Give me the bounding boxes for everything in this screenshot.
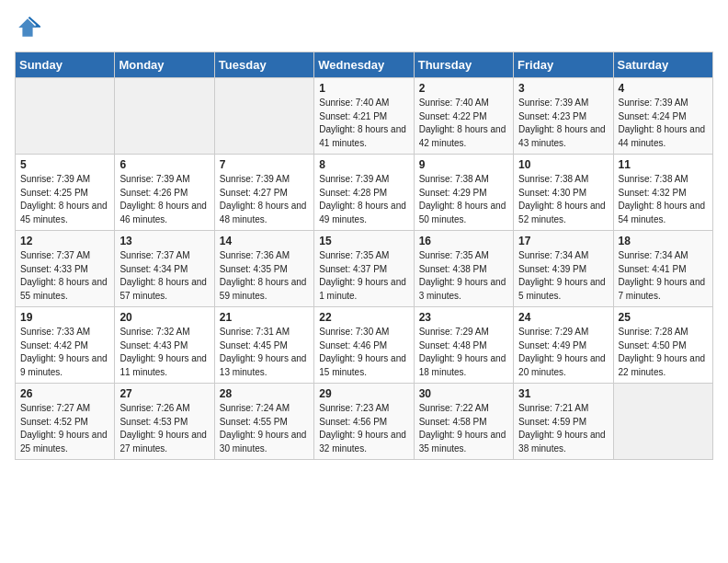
- day-number: 10: [518, 158, 608, 171]
- calendar-body: 1Sunrise: 7:40 AM Sunset: 4:21 PM Daylig…: [16, 78, 713, 460]
- day-info: Sunrise: 7:38 AM Sunset: 4:29 PM Dayligh…: [419, 173, 508, 226]
- calendar-cell: [214, 78, 313, 155]
- day-info: Sunrise: 7:30 AM Sunset: 4:46 PM Dayligh…: [319, 326, 408, 379]
- calendar-cell: 20Sunrise: 7:32 AM Sunset: 4:43 PM Dayli…: [115, 307, 214, 384]
- day-number: 3: [518, 82, 608, 95]
- day-info: Sunrise: 7:33 AM Sunset: 4:42 PM Dayligh…: [20, 326, 109, 379]
- calendar-cell: 7Sunrise: 7:39 AM Sunset: 4:27 PM Daylig…: [214, 155, 313, 231]
- day-number: 31: [518, 387, 608, 400]
- day-number: 13: [119, 235, 209, 247]
- day-number: 8: [319, 158, 408, 171]
- day-number: 14: [220, 235, 309, 247]
- calendar-cell: 16Sunrise: 7:35 AM Sunset: 4:38 PM Dayli…: [414, 231, 513, 307]
- calendar-cell: 2Sunrise: 7:40 AM Sunset: 4:22 PM Daylig…: [414, 78, 513, 155]
- calendar-cell: 26Sunrise: 7:27 AM Sunset: 4:52 PM Dayli…: [16, 384, 115, 460]
- calendar-cell: 13Sunrise: 7:37 AM Sunset: 4:34 PM Dayli…: [115, 231, 214, 307]
- day-number: 28: [220, 387, 309, 400]
- week-row-2: 5Sunrise: 7:39 AM Sunset: 4:25 PM Daylig…: [16, 155, 713, 231]
- day-info: Sunrise: 7:26 AM Sunset: 4:53 PM Dayligh…: [119, 402, 209, 455]
- day-info: Sunrise: 7:29 AM Sunset: 4:48 PM Dayligh…: [419, 326, 508, 379]
- day-number: 1: [319, 82, 408, 95]
- day-number: 30: [419, 387, 508, 400]
- day-number: 22: [319, 311, 408, 324]
- calendar-cell: 6Sunrise: 7:39 AM Sunset: 4:26 PM Daylig…: [115, 155, 214, 231]
- day-info: Sunrise: 7:39 AM Sunset: 4:23 PM Dayligh…: [518, 97, 608, 150]
- calendar-cell: 12Sunrise: 7:37 AM Sunset: 4:33 PM Dayli…: [16, 231, 115, 307]
- day-info: Sunrise: 7:36 AM Sunset: 4:35 PM Dayligh…: [220, 249, 309, 303]
- week-row-3: 12Sunrise: 7:37 AM Sunset: 4:33 PM Dayli…: [16, 231, 713, 307]
- day-number: 2: [419, 82, 508, 95]
- day-info: Sunrise: 7:27 AM Sunset: 4:52 PM Dayligh…: [20, 402, 109, 455]
- page-header: [15, 15, 713, 40]
- calendar-cell: 5Sunrise: 7:39 AM Sunset: 4:25 PM Daylig…: [16, 155, 115, 231]
- day-number: 15: [319, 235, 408, 247]
- calendar-cell: 22Sunrise: 7:30 AM Sunset: 4:46 PM Dayli…: [314, 307, 414, 384]
- calendar-cell: 18Sunrise: 7:34 AM Sunset: 4:41 PM Dayli…: [613, 231, 712, 307]
- day-info: Sunrise: 7:28 AM Sunset: 4:50 PM Dayligh…: [619, 326, 708, 379]
- day-info: Sunrise: 7:39 AM Sunset: 4:24 PM Dayligh…: [619, 97, 708, 150]
- day-header-saturday: Saturday: [613, 52, 712, 78]
- day-number: 11: [619, 158, 708, 171]
- day-number: 18: [619, 235, 708, 247]
- day-number: 5: [20, 158, 109, 171]
- day-info: Sunrise: 7:31 AM Sunset: 4:45 PM Dayligh…: [220, 326, 309, 379]
- day-info: Sunrise: 7:35 AM Sunset: 4:37 PM Dayligh…: [319, 249, 408, 303]
- day-header-thursday: Thursday: [414, 52, 513, 78]
- day-info: Sunrise: 7:35 AM Sunset: 4:38 PM Dayligh…: [419, 249, 508, 303]
- day-header-monday: Monday: [115, 52, 214, 78]
- day-number: 7: [220, 158, 309, 171]
- day-info: Sunrise: 7:34 AM Sunset: 4:41 PM Dayligh…: [619, 249, 708, 303]
- day-number: 21: [220, 311, 309, 324]
- day-number: 19: [20, 311, 109, 324]
- day-header-tuesday: Tuesday: [214, 52, 313, 78]
- logo: [15, 15, 44, 40]
- calendar-cell: 28Sunrise: 7:24 AM Sunset: 4:55 PM Dayli…: [214, 384, 313, 460]
- day-number: 26: [20, 387, 109, 400]
- day-header-friday: Friday: [514, 52, 613, 78]
- calendar-cell: [115, 78, 214, 155]
- day-info: Sunrise: 7:24 AM Sunset: 4:55 PM Dayligh…: [220, 402, 309, 455]
- calendar-cell: 10Sunrise: 7:38 AM Sunset: 4:30 PM Dayli…: [514, 155, 613, 231]
- calendar-cell: 14Sunrise: 7:36 AM Sunset: 4:35 PM Dayli…: [214, 231, 313, 307]
- calendar-cell: 11Sunrise: 7:38 AM Sunset: 4:32 PM Dayli…: [613, 155, 712, 231]
- calendar-header-row: SundayMondayTuesdayWednesdayThursdayFrid…: [16, 52, 713, 78]
- calendar-cell: 8Sunrise: 7:39 AM Sunset: 4:28 PM Daylig…: [314, 155, 414, 231]
- day-info: Sunrise: 7:38 AM Sunset: 4:30 PM Dayligh…: [518, 173, 608, 226]
- calendar-cell: [613, 384, 712, 460]
- calendar-cell: 31Sunrise: 7:21 AM Sunset: 4:59 PM Dayli…: [514, 384, 613, 460]
- calendar-cell: 3Sunrise: 7:39 AM Sunset: 4:23 PM Daylig…: [514, 78, 613, 155]
- calendar-cell: 25Sunrise: 7:28 AM Sunset: 4:50 PM Dayli…: [613, 307, 712, 384]
- day-number: 23: [419, 311, 508, 324]
- day-number: 4: [619, 82, 708, 95]
- calendar-cell: 15Sunrise: 7:35 AM Sunset: 4:37 PM Dayli…: [314, 231, 414, 307]
- calendar-cell: 21Sunrise: 7:31 AM Sunset: 4:45 PM Dayli…: [214, 307, 313, 384]
- calendar-cell: 1Sunrise: 7:40 AM Sunset: 4:21 PM Daylig…: [314, 78, 414, 155]
- day-info: Sunrise: 7:40 AM Sunset: 4:21 PM Dayligh…: [319, 97, 408, 150]
- day-number: 27: [119, 387, 209, 400]
- calendar-cell: 23Sunrise: 7:29 AM Sunset: 4:48 PM Dayli…: [414, 307, 513, 384]
- week-row-4: 19Sunrise: 7:33 AM Sunset: 4:42 PM Dayli…: [16, 307, 713, 384]
- day-info: Sunrise: 7:40 AM Sunset: 4:22 PM Dayligh…: [419, 97, 508, 150]
- day-number: 9: [419, 158, 508, 171]
- calendar-cell: 19Sunrise: 7:33 AM Sunset: 4:42 PM Dayli…: [16, 307, 115, 384]
- day-header-sunday: Sunday: [16, 52, 115, 78]
- day-info: Sunrise: 7:39 AM Sunset: 4:28 PM Dayligh…: [319, 173, 408, 226]
- day-info: Sunrise: 7:34 AM Sunset: 4:39 PM Dayligh…: [518, 249, 608, 303]
- day-number: 12: [20, 235, 109, 247]
- day-info: Sunrise: 7:39 AM Sunset: 4:26 PM Dayligh…: [119, 173, 209, 226]
- calendar-cell: 27Sunrise: 7:26 AM Sunset: 4:53 PM Dayli…: [115, 384, 214, 460]
- day-number: 29: [319, 387, 408, 400]
- day-info: Sunrise: 7:39 AM Sunset: 4:27 PM Dayligh…: [220, 173, 309, 226]
- day-info: Sunrise: 7:38 AM Sunset: 4:32 PM Dayligh…: [619, 173, 708, 226]
- calendar-cell: 29Sunrise: 7:23 AM Sunset: 4:56 PM Dayli…: [314, 384, 414, 460]
- day-number: 6: [119, 158, 209, 171]
- day-info: Sunrise: 7:29 AM Sunset: 4:49 PM Dayligh…: [518, 326, 608, 379]
- day-info: Sunrise: 7:32 AM Sunset: 4:43 PM Dayligh…: [119, 326, 209, 379]
- day-info: Sunrise: 7:37 AM Sunset: 4:33 PM Dayligh…: [20, 249, 109, 303]
- calendar-cell: 24Sunrise: 7:29 AM Sunset: 4:49 PM Dayli…: [514, 307, 613, 384]
- day-info: Sunrise: 7:21 AM Sunset: 4:59 PM Dayligh…: [518, 402, 608, 455]
- day-info: Sunrise: 7:37 AM Sunset: 4:34 PM Dayligh…: [119, 249, 209, 303]
- calendar-cell: 30Sunrise: 7:22 AM Sunset: 4:58 PM Dayli…: [414, 384, 513, 460]
- calendar-cell: 17Sunrise: 7:34 AM Sunset: 4:39 PM Dayli…: [514, 231, 613, 307]
- calendar-cell: [16, 78, 115, 155]
